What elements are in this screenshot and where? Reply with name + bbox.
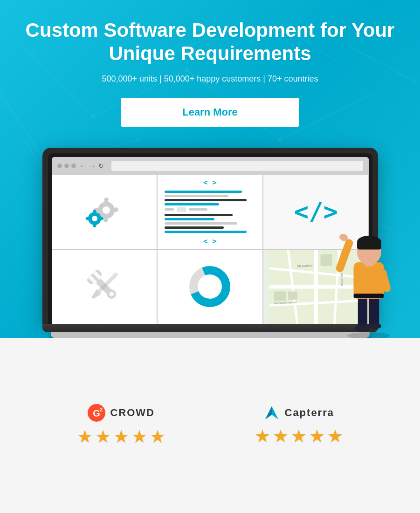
capterra-star-5: ★ <box>327 426 343 446</box>
capterra-star-1: ★ <box>255 426 270 446</box>
g2-star-1: ★ <box>77 426 93 447</box>
panel-code-editor: < > <box>158 175 262 249</box>
capterra-star-3: ★ <box>291 426 307 446</box>
g2-brand-name: CROWD <box>110 407 155 419</box>
svg-point-52 <box>200 276 220 297</box>
dot-2 <box>64 164 69 168</box>
browser-bar: ← → ↻ <box>52 157 369 175</box>
svg-point-66 <box>347 332 391 338</box>
laptop-bottom <box>51 332 370 338</box>
dot-1 <box>57 164 62 168</box>
laptop-shell: ← → ↻ <box>42 148 378 324</box>
browser-nav: ← → ↻ <box>80 162 104 170</box>
dot-3 <box>71 164 76 168</box>
hero-content: Custom Software Development for Your Uni… <box>23 19 397 143</box>
panel-tools <box>52 250 157 324</box>
gears-icon <box>81 191 127 233</box>
svg-rect-68 <box>370 294 379 327</box>
screen-bezel: ← → ↻ <box>48 153 372 324</box>
svg-text:2: 2 <box>100 407 103 412</box>
browser-content-grid: < > <box>52 175 369 324</box>
forward-arrow-icon: → <box>89 162 96 170</box>
svg-point-33 <box>92 216 97 221</box>
code-tag-top: < > <box>203 178 217 187</box>
g2-star-3: ★ <box>113 426 129 447</box>
top-section: Custom Software Development for Your Uni… <box>0 0 420 338</box>
svg-rect-75 <box>357 242 381 250</box>
g2-star-2: ★ <box>95 426 111 447</box>
svg-rect-64 <box>288 291 297 300</box>
person-illustration <box>331 217 406 338</box>
panel-gears <box>52 175 157 249</box>
svg-marker-84 <box>265 406 272 419</box>
capterra-star-4: ★ <box>309 426 325 446</box>
svg-point-70 <box>367 323 381 329</box>
capterra-rating-block: Capterra ★ ★ ★ ★ ★ <box>224 404 373 446</box>
g2-logo-icon: G 2 <box>88 404 105 422</box>
svg-point-23 <box>103 206 110 214</box>
rating-divider <box>210 407 210 444</box>
svg-rect-67 <box>358 294 367 329</box>
tools-icon <box>83 266 125 308</box>
capterra-stars: ★ ★ ★ ★ ★ <box>255 426 343 446</box>
laptop: ← → ↻ <box>42 148 378 338</box>
panel-donut-chart <box>158 250 262 324</box>
browser-window: ← → ↻ <box>52 157 369 324</box>
laptop-base <box>42 324 378 332</box>
svg-rect-71 <box>354 262 384 299</box>
rating-container: G 2 CROWD ★ ★ ★ ★ ★ C <box>47 404 373 447</box>
refresh-icon: ↻ <box>98 162 104 170</box>
svg-rect-63 <box>274 291 286 301</box>
learn-more-button[interactable]: Learn More <box>121 98 299 127</box>
ratings-section: G 2 CROWD ★ ★ ★ ★ ★ C <box>0 338 420 513</box>
laptop-illustration: ← → ↻ <box>23 148 397 338</box>
capterra-logo-icon <box>263 404 280 421</box>
donut-chart-icon <box>186 263 233 310</box>
browser-dots <box>57 164 76 168</box>
g2-brand: G 2 CROWD <box>88 404 155 422</box>
svg-rect-79 <box>354 294 384 298</box>
svg-text:G: G <box>93 408 101 418</box>
g2-rating-block: G 2 CROWD ★ ★ ★ ★ ★ <box>47 404 196 447</box>
back-arrow-icon: ← <box>80 162 86 170</box>
capterra-brand-name: Capterra <box>285 407 334 419</box>
page-title: Custom Software Development for Your Uni… <box>23 19 397 66</box>
g2-star-5: ★ <box>150 426 165 447</box>
capterra-brand: Capterra <box>263 404 334 421</box>
code-tag-bottom: < > <box>203 237 217 246</box>
subtitle: 500,000+ units | 50,000+ happy customers… <box>23 74 397 84</box>
capterra-star-2: ★ <box>273 426 289 446</box>
g2-star-4: ★ <box>131 426 147 447</box>
svg-rect-76 <box>335 238 354 274</box>
address-bar <box>111 161 363 171</box>
g2-stars: ★ ★ ★ ★ ★ <box>77 426 165 447</box>
svg-rect-65 <box>321 254 332 266</box>
